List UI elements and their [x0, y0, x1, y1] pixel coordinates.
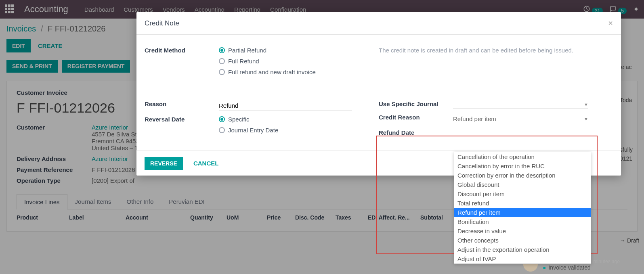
reverse-button[interactable]: REVERSE	[145, 157, 183, 170]
option-decrease-value[interactable]: Decrease in value	[454, 226, 591, 236]
chatter-ago: 11 minutes ago	[587, 259, 620, 264]
option-other-concepts[interactable]: Other concepts	[454, 236, 591, 245]
radio-partial-refund[interactable]: Partial Refund	[219, 47, 379, 54]
reason-input[interactable]	[219, 100, 352, 111]
option-refund-per-item[interactable]: Refund per item	[454, 208, 591, 217]
refund-date-label: Refund Date	[379, 129, 453, 136]
reversal-date-label: Reversal Date	[145, 116, 219, 123]
option-correction-description[interactable]: Correction by error in the description	[454, 171, 591, 180]
chevron-down-icon: ▼	[584, 102, 588, 107]
credit-note-modal: Credit Note × Credit Method Partial Refu…	[136, 12, 621, 176]
status-dot-icon: ●	[543, 264, 546, 271]
option-discount-per-item[interactable]: Discount per item	[454, 189, 591, 199]
credit-reason-dropdown: Cancellation of the operation Cancellati…	[454, 152, 591, 264]
radio-full-refund[interactable]: Full Refund	[219, 58, 379, 65]
radio-specific[interactable]: Specific	[219, 116, 379, 123]
credit-method-label: Credit Method	[145, 47, 219, 54]
option-bonification[interactable]: Bonification	[454, 217, 591, 226]
option-total-refund[interactable]: Total refund	[454, 199, 591, 208]
credit-reason-select[interactable]: Refund per item ▼	[453, 114, 588, 124]
chevron-down-icon: ▼	[584, 117, 588, 121]
option-adjust-ivap[interactable]: Adjust of IVAP	[454, 254, 591, 264]
modal-hint: The credit note is created in draft and …	[379, 47, 613, 54]
credit-reason-label: Credit Reason	[379, 114, 453, 121]
radio-full-refund-new-draft[interactable]: Full refund and new draft invoice	[219, 69, 379, 75]
journal-select[interactable]: ▼	[453, 100, 588, 109]
journal-label: Use Specific Journal	[379, 100, 453, 107]
option-adjust-exportation[interactable]: Adjust in the exportation operation	[454, 245, 591, 254]
cancel-button[interactable]: CANCEL	[191, 157, 221, 170]
modal-title: Credit Note	[145, 19, 179, 27]
radio-journal-entry-date[interactable]: Journal Entry Date	[219, 127, 379, 134]
option-cancellation-ruc[interactable]: Cancellation by error in the RUC	[454, 161, 591, 171]
chatter-status: Invoice validated	[548, 264, 590, 271]
option-cancellation-operation[interactable]: Cancellation of the operation	[454, 152, 591, 161]
option-global-discount[interactable]: Global discount	[454, 180, 591, 189]
reason-label: Reason	[145, 100, 219, 107]
close-icon[interactable]: ×	[608, 19, 613, 28]
